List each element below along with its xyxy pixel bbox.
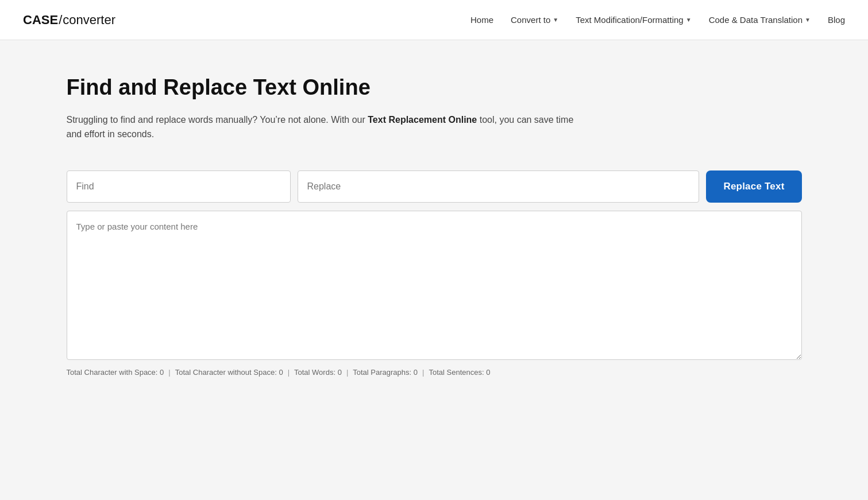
nav-item-text-modification[interactable]: Text Modification/Formatting ▼ (576, 15, 691, 25)
stat-char-without-space-label: Total Character without Space: (175, 368, 277, 377)
nav-convert-label: Convert to (511, 15, 550, 25)
logo-slash: / (59, 13, 62, 27)
stat-char-without-space-count: 0 (279, 368, 283, 377)
logo-converter: converter (63, 13, 115, 27)
nav-item-blog[interactable]: Blog (828, 15, 845, 25)
stat-divider-4: | (422, 368, 424, 377)
nav-home-label: Home (470, 15, 493, 25)
stat-paragraphs-label: Total Paragraphs: (353, 368, 411, 377)
stat-char-without-space: Total Character without Space: 0 (175, 368, 283, 377)
chevron-down-icon: ▼ (553, 17, 558, 23)
stat-words-label: Total Words: (294, 368, 335, 377)
stat-char-with-space-count: 0 (160, 368, 164, 377)
page-title: Find and Replace Text Online (67, 75, 802, 101)
chevron-down-icon: ▼ (686, 17, 692, 23)
stats-bar: Total Character with Space: 0 | Total Ch… (67, 368, 802, 377)
site-logo[interactable]: CASE/converter (23, 13, 115, 28)
stat-char-with-space: Total Character with Space: 0 (67, 368, 164, 377)
replace-input[interactable] (298, 170, 700, 203)
nav-item-convert-to[interactable]: Convert to ▼ (511, 15, 558, 25)
main-nav: Home Convert to ▼ Text Modification/Form… (470, 15, 845, 25)
nav-item-home[interactable]: Home (470, 15, 493, 25)
stat-sentences: Total Sentences: 0 (429, 368, 490, 377)
content-textarea[interactable] (67, 211, 802, 360)
textarea-wrapper (67, 211, 802, 362)
description-text-part1: Struggling to find and replace words man… (67, 115, 368, 125)
stat-divider-1: | (168, 368, 170, 377)
nav-item-code-data[interactable]: Code & Data Translation ▼ (709, 15, 811, 25)
stat-sentences-count: 0 (486, 368, 490, 377)
chevron-down-icon: ▼ (805, 17, 811, 23)
stat-char-with-space-label: Total Character with Space: (67, 368, 158, 377)
replace-text-button[interactable]: Replace Text (706, 170, 801, 203)
stat-sentences-label: Total Sentences: (429, 368, 484, 377)
stat-divider-2: | (288, 368, 290, 377)
nav-blog-label: Blog (828, 15, 845, 25)
stat-words-count: 0 (338, 368, 342, 377)
page-description: Struggling to find and replace words man… (67, 113, 584, 142)
find-input[interactable] (67, 170, 291, 203)
logo-case: CASE (23, 13, 58, 27)
stat-divider-3: | (346, 368, 348, 377)
nav-text-mod-label: Text Modification/Formatting (576, 15, 684, 25)
nav-code-data-label: Code & Data Translation (709, 15, 803, 25)
description-text-bold: Text Replacement Online (368, 115, 477, 125)
stat-paragraphs-count: 0 (414, 368, 418, 377)
tool-controls: Replace Text (67, 170, 802, 203)
stat-paragraphs: Total Paragraphs: 0 (353, 368, 418, 377)
stat-words: Total Words: 0 (294, 368, 342, 377)
